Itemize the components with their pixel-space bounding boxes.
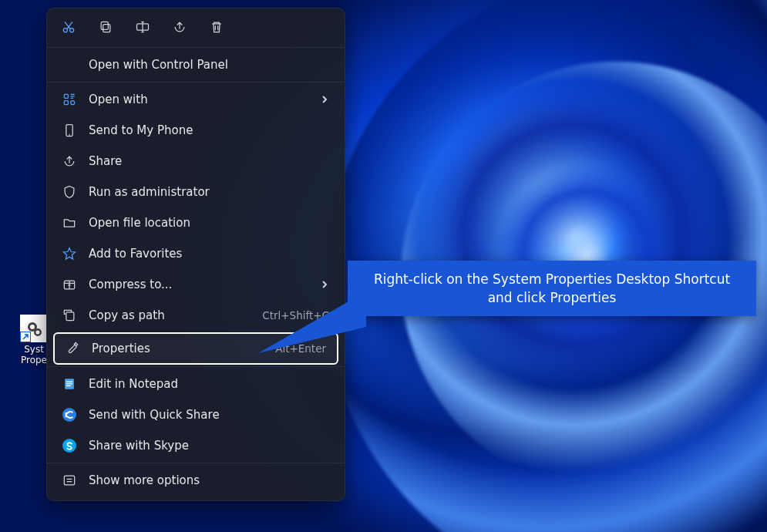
svg-rect-13 — [66, 383, 72, 384]
svg-rect-3 — [101, 22, 108, 29]
menu-label: Run as administrator — [89, 185, 329, 199]
callout-line1: Right-click on the System Properties Des… — [363, 270, 741, 288]
menu-label: Share with Skype — [89, 439, 329, 453]
menu-label: Properties — [92, 342, 275, 355]
menu-open-file-location[interactable]: Open file location — [50, 207, 341, 238]
context-menu: Open with Control Panel Open with Send t… — [46, 8, 345, 501]
star-icon — [61, 245, 78, 262]
menu-add-to-favorites[interactable]: Add to Favorites — [50, 238, 341, 269]
context-menu-top-icons — [47, 8, 345, 45]
svg-rect-10 — [66, 312, 74, 321]
menu-label: Open file location — [89, 216, 329, 230]
menu-open-with[interactable]: Open with — [50, 84, 341, 115]
svg-point-1 — [70, 29, 74, 32]
svg-rect-5 — [64, 94, 68, 98]
menu-quick-share[interactable]: Send with Quick Share — [50, 399, 341, 430]
svg-rect-15 — [64, 476, 74, 485]
menu-run-as-admin[interactable]: Run as administrator — [50, 177, 341, 207]
menu-label: Copy as path — [89, 308, 262, 322]
svg-point-0 — [63, 29, 67, 32]
menu-label: Open with Control Panel — [89, 58, 329, 72]
menu-label: Add to Favorites — [89, 247, 329, 261]
menu-label: Edit in Notepad — [89, 377, 329, 391]
chevron-right-icon — [318, 280, 329, 289]
notepad-icon — [61, 375, 78, 392]
shield-icon — [61, 184, 78, 200]
menu-share-skype[interactable]: Share with Skype — [50, 430, 341, 461]
cut-icon[interactable] — [61, 19, 76, 35]
phone-icon — [61, 122, 78, 139]
skype-icon — [61, 437, 78, 454]
menu-label: Compress to... — [89, 278, 318, 291]
svg-rect-2 — [103, 25, 110, 32]
menu-send-to-phone[interactable]: Send to My Phone — [50, 115, 341, 146]
menu-label: Send with Quick Share — [89, 408, 329, 422]
svg-marker-16 — [258, 291, 366, 353]
gear-pair-icon — [20, 315, 48, 342]
menu-label: Show more options — [89, 473, 329, 487]
menu-label: Send to My Phone — [89, 123, 329, 137]
menu-edit-in-notepad[interactable]: Edit in Notepad — [50, 369, 341, 399]
copy-icon[interactable] — [98, 19, 113, 35]
shortcut-arrow-icon — [20, 332, 31, 342]
copy-path-icon — [61, 307, 78, 324]
menu-label: Share — [89, 154, 329, 168]
svg-rect-14 — [66, 386, 71, 386]
wrench-icon — [64, 340, 81, 357]
menu-share[interactable]: Share — [50, 146, 341, 177]
open-with-icon — [61, 91, 78, 108]
svg-rect-12 — [66, 382, 72, 382]
menu-open-with-control-panel[interactable]: Open with Control Panel — [50, 49, 341, 80]
folder-icon — [61, 214, 78, 231]
quick-share-icon — [61, 406, 78, 423]
menu-label: Open with — [89, 93, 318, 106]
archive-icon — [61, 276, 78, 293]
share-arrow-icon — [61, 153, 78, 170]
svg-rect-6 — [64, 101, 68, 105]
more-options-icon — [61, 472, 78, 489]
rename-icon[interactable] — [135, 19, 150, 35]
menu-show-more-options[interactable]: Show more options — [50, 465, 341, 496]
svg-point-7 — [71, 101, 75, 105]
delete-icon[interactable] — [209, 19, 224, 35]
share-icon[interactable] — [172, 19, 187, 35]
chevron-right-icon — [318, 95, 329, 104]
callout-line2: and click Properties — [363, 288, 741, 307]
instruction-callout: Right-click on the System Properties Des… — [348, 261, 756, 316]
